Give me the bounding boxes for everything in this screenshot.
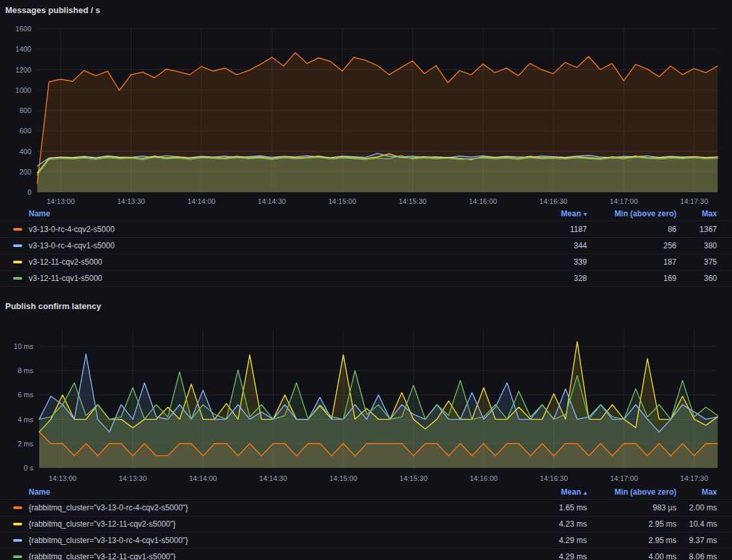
y-axis-tick-label: 1200 bbox=[16, 66, 31, 74]
legend-header-row: Name Mean▾ Min (above zero) Max bbox=[0, 206, 732, 221]
legend-table-messages: Name Mean▾ Min (above zero) Max v3-13-0-… bbox=[0, 206, 732, 287]
series-min: 2.95 ms bbox=[587, 536, 676, 545]
publish-confirm-latency-chart[interactable]: 0 s2 ms4 ms6 ms8 ms10 ms14:13:0014:13:30… bbox=[0, 323, 732, 485]
legend-series-toggle[interactable]: v3-13-0-rc-4-cqv1-s5000 bbox=[13, 241, 489, 250]
series-name: v3-12-11-cqv2-s5000 bbox=[29, 257, 103, 267]
legend-column-mean[interactable]: Mean▴ bbox=[489, 487, 587, 497]
legend-column-name[interactable]: Name bbox=[13, 209, 489, 218]
series-name: v3-12-11-cqv1-s5000 bbox=[29, 274, 103, 283]
x-axis-tick-label: 14:16:00 bbox=[470, 474, 498, 482]
legend-series-toggle[interactable]: {rabbitmq_cluster="v3-13-0-rc-4-cqv2-s50… bbox=[13, 503, 489, 512]
series-name: {rabbitmq_cluster="v3-12-11-cqv1-s5000"} bbox=[29, 552, 176, 560]
series-max: 9.37 ms bbox=[676, 536, 717, 545]
series-name: v3-13-0-rc-4-cqv2-s5000 bbox=[29, 225, 114, 234]
series-name: {rabbitmq_cluster="v3-12-11-cqv2-s5000"} bbox=[29, 519, 176, 529]
series-mean: 339 bbox=[489, 257, 587, 267]
series-min: 983 µs bbox=[587, 503, 676, 512]
y-axis-tick-label: 200 bbox=[20, 168, 31, 176]
x-axis-tick-label: 14:14:30 bbox=[258, 197, 286, 205]
series-color-swatch bbox=[13, 261, 22, 263]
x-axis-tick-label: 14:15:00 bbox=[328, 197, 356, 205]
x-axis-tick-label: 14:17:00 bbox=[610, 474, 638, 482]
legend-row: {rabbitmq_cluster="v3-12-11-cqv2-s5000"}… bbox=[0, 516, 732, 532]
series-min: 2.95 ms bbox=[587, 519, 676, 529]
y-axis-tick-label: 4 ms bbox=[18, 416, 33, 423]
series-color-swatch bbox=[13, 523, 22, 525]
series-max: 380 bbox=[676, 241, 717, 250]
legend-series-toggle[interactable]: {rabbitmq_cluster="v3-12-11-cqv2-s5000"} bbox=[13, 519, 489, 529]
y-axis-tick-label: 800 bbox=[20, 107, 31, 114]
legend-row: v3-12-11-cqv1-s5000 328 169 360 bbox=[0, 270, 732, 287]
series-mean: 344 bbox=[489, 241, 587, 250]
series-mean: 4.29 ms bbox=[489, 552, 587, 560]
x-axis-tick-label: 14:17:30 bbox=[680, 197, 708, 205]
y-axis-tick-label: 0 bbox=[27, 188, 31, 196]
series-name: {rabbitmq_cluster="v3-13-0-rc-4-cqv2-s50… bbox=[29, 503, 188, 512]
x-axis-tick-label: 14:15:30 bbox=[399, 197, 427, 205]
legend-row: v3-12-11-cqv2-s5000 339 187 375 bbox=[0, 254, 732, 270]
legend-series-toggle[interactable]: {rabbitmq_cluster="v3-12-11-cqv1-s5000"} bbox=[13, 552, 489, 560]
series-max: 10.4 ms bbox=[676, 519, 717, 529]
series-mean: 328 bbox=[489, 274, 587, 283]
messages-published-chart[interactable]: 0200400600800100012001400160014:13:0014:… bbox=[0, 18, 732, 206]
series-color-swatch bbox=[13, 506, 22, 509]
y-axis-tick-label: 400 bbox=[20, 148, 31, 156]
series-max: 1367 bbox=[676, 225, 717, 234]
y-axis-tick-label: 8 ms bbox=[18, 367, 33, 374]
series-min: 256 bbox=[587, 241, 676, 250]
y-axis-tick-label: 600 bbox=[20, 127, 31, 135]
series-min: 86 bbox=[587, 225, 676, 234]
x-axis-tick-label: 14:14:30 bbox=[259, 474, 288, 482]
legend-header-row: Name Mean▴ Min (above zero) Max bbox=[0, 485, 732, 499]
y-axis-tick-label: 2 ms bbox=[18, 440, 33, 448]
series-color-swatch bbox=[13, 228, 22, 231]
series-color-swatch bbox=[13, 277, 22, 280]
x-axis-tick-label: 14:15:30 bbox=[399, 474, 427, 482]
x-axis-tick-label: 14:16:00 bbox=[469, 197, 497, 205]
panel-title-publish-confirm-latency[interactable]: Publish confirm latency bbox=[0, 287, 732, 314]
legend-series-toggle[interactable]: {rabbitmq_cluster="v3-13-0-rc-4-cqv1-s50… bbox=[13, 536, 489, 545]
legend-column-max[interactable]: Max bbox=[676, 487, 717, 497]
panel-title-messages-published[interactable]: Messages published / s bbox=[0, 0, 732, 18]
grafana-dashboard: Messages published / s 02004006008001000… bbox=[0, 0, 732, 560]
x-axis-tick-label: 14:14:00 bbox=[188, 197, 216, 205]
legend-series-toggle[interactable]: v3-12-11-cqv1-s5000 bbox=[13, 274, 489, 283]
series-name: {rabbitmq_cluster="v3-13-0-rc-4-cqv1-s50… bbox=[29, 536, 188, 545]
legend-table-latency: Name Mean▴ Min (above zero) Max {rabbitm… bbox=[0, 485, 732, 560]
panel-publish-confirm-latency: Publish confirm latency 0 s2 ms4 ms6 ms8… bbox=[0, 287, 732, 560]
x-axis-tick-label: 14:13:30 bbox=[119, 474, 147, 482]
panel-messages-published: Messages published / s 02004006008001000… bbox=[0, 0, 732, 287]
legend-column-name[interactable]: Name bbox=[13, 487, 489, 497]
x-axis-tick-label: 14:16:30 bbox=[539, 197, 567, 205]
y-axis-tick-label: 1600 bbox=[16, 25, 31, 33]
y-axis-tick-label: 0 s bbox=[24, 464, 33, 472]
series-min: 187 bbox=[587, 257, 676, 267]
series-min: 4.00 ms bbox=[587, 552, 676, 560]
y-axis-tick-label: 6 ms bbox=[18, 391, 33, 399]
legend-row: v3-13-0-rc-4-cqv2-s5000 1187 86 1367 bbox=[0, 221, 732, 237]
legend-series-toggle[interactable]: v3-12-11-cqv2-s5000 bbox=[13, 257, 489, 267]
legend-row: {rabbitmq_cluster="v3-12-11-cqv1-s5000"}… bbox=[0, 548, 732, 560]
legend-series-toggle[interactable]: v3-13-0-rc-4-cqv2-s5000 bbox=[13, 225, 489, 234]
x-axis-tick-label: 14:13:00 bbox=[46, 197, 75, 205]
series-name: v3-13-0-rc-4-cqv1-s5000 bbox=[29, 241, 114, 250]
series-mean: 1.65 ms bbox=[489, 503, 587, 512]
series-mean: 1187 bbox=[489, 225, 587, 234]
series-area-fill bbox=[37, 156, 718, 192]
y-axis-tick-label: 1400 bbox=[16, 45, 31, 53]
series-mean: 4.23 ms bbox=[489, 519, 587, 529]
series-max: 2.00 ms bbox=[676, 503, 717, 512]
legend-row: {rabbitmq_cluster="v3-13-0-rc-4-cqv2-s50… bbox=[0, 499, 732, 516]
x-axis-tick-label: 14:17:00 bbox=[610, 197, 638, 205]
series-mean: 4.29 ms bbox=[489, 536, 587, 545]
legend-column-max[interactable]: Max bbox=[676, 209, 717, 218]
legend-column-min[interactable]: Min (above zero) bbox=[587, 209, 676, 218]
legend-column-min[interactable]: Min (above zero) bbox=[587, 487, 676, 497]
series-color-swatch bbox=[13, 244, 22, 247]
x-axis-tick-label: 14:14:00 bbox=[189, 474, 217, 482]
x-axis-tick-label: 14:13:00 bbox=[48, 474, 76, 482]
series-min: 169 bbox=[587, 274, 676, 283]
x-axis-tick-label: 14:13:30 bbox=[117, 197, 145, 205]
series-color-swatch bbox=[13, 555, 22, 558]
legend-column-mean[interactable]: Mean▾ bbox=[489, 209, 587, 218]
